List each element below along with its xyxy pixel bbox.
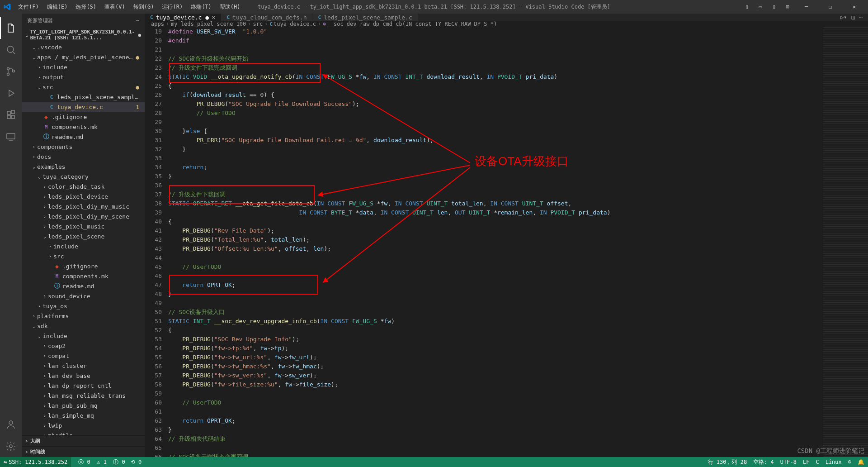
tree-folder[interactable]: ›include <box>22 241 145 251</box>
menu-terminal[interactable]: 终端(T) <box>187 1 215 13</box>
code-content[interactable]: #define USER_SW_VER "1.0.0" #endif // SO… <box>168 27 823 467</box>
tree-folder[interactable]: ›lwip <box>22 420 145 430</box>
editor-tab[interactable]: Cleds_pixel_scene_sample.c <box>312 14 418 21</box>
status-ports[interactable]: ⟲ 0 <box>131 459 142 465</box>
tree-folder[interactable]: ⌄tuya_category <box>22 172 145 181</box>
tree-folder[interactable]: ⌄examples <box>22 162 145 172</box>
tree-file[interactable]: Mcomponents.mk <box>22 122 145 132</box>
status-bell-icon[interactable]: 🔔 <box>858 459 864 465</box>
more-tab-actions-icon[interactable]: ⋯ <box>859 14 863 20</box>
status-language[interactable]: C <box>816 459 819 465</box>
breadcrumb-item[interactable]: src <box>253 21 263 27</box>
watermark: CSDN @工程师进阶笔记 <box>797 447 864 455</box>
status-feedback-icon[interactable]: ☺ <box>848 459 851 465</box>
file-tree[interactable]: ⌄.vscode⌄apps / my_leds_pixel_scene_100●… <box>22 42 145 435</box>
run-icon[interactable]: ▷▾ <box>840 14 847 20</box>
editor-tab[interactable]: Ctuya_cloud_com_defs.h <box>221 14 312 21</box>
tree-folder[interactable]: ›lan_dev_base <box>22 371 145 381</box>
tree-file[interactable]: ⓘreadme.md <box>22 132 145 142</box>
activity-search[interactable] <box>0 39 22 61</box>
activity-extensions[interactable] <box>0 104 22 126</box>
code-editor[interactable]: 19 20 21 22 23 24 25 26 27 28 29 30 31 3… <box>145 27 868 467</box>
tree-file[interactable]: ◆.gitignore <box>22 261 145 271</box>
layout-panel-left-icon[interactable]: ▯ <box>742 2 752 12</box>
layout-panel-bottom-icon[interactable]: ▭ <box>755 2 765 12</box>
window-maximize[interactable]: ☐ <box>820 0 840 14</box>
status-os[interactable]: Linux <box>826 459 842 465</box>
status-problems[interactable]: ⓧ 0 ⚠ 1 ⓘ 0 <box>78 458 125 466</box>
breadcrumb-item[interactable]: apps <box>151 21 164 27</box>
breadcrumb-item[interactable]: ⊕__soc_dev_raw_dp_cmd_cb(IN const TY_REC… <box>323 21 497 27</box>
status-eol[interactable]: LF <box>803 459 809 465</box>
tree-folder[interactable]: ›leds_pixel_diy_my_music <box>22 201 145 211</box>
tree-folder[interactable]: ›color_shade_task <box>22 181 145 191</box>
tree-folder[interactable]: ›compat <box>22 351 145 361</box>
close-icon[interactable]: × <box>212 14 215 21</box>
tree-item-label: src <box>42 84 134 91</box>
tree-folder[interactable]: ›output <box>22 72 145 82</box>
tree-folder[interactable]: ›leds_pixel_diy_my_scene <box>22 211 145 221</box>
sidebar-project-row[interactable]: ⌄ TY_IOT_LIGHT_APP_SDK_BK7231N_0.0.1-BET… <box>22 28 145 42</box>
menu-help[interactable]: 帮助(H) <box>216 1 244 13</box>
breadcrumb-item[interactable]: my_leds_pixel_scene_100 <box>171 21 246 27</box>
menu-select[interactable]: 选择(S) <box>72 1 100 13</box>
tree-folder[interactable]: ›sound_device <box>22 291 145 301</box>
timeline-section[interactable]: › 时间线 <box>22 446 145 457</box>
status-spaces[interactable]: 空格: 4 <box>753 458 774 466</box>
tree-folder[interactable]: ⌄.vscode <box>22 42 145 52</box>
tree-folder[interactable]: ⌄sdk <box>22 321 145 331</box>
tree-folder[interactable]: ›platforms <box>22 311 145 321</box>
status-encoding[interactable]: UTF-8 <box>780 459 797 465</box>
tree-file[interactable]: ⓘreadme.md <box>22 281 145 291</box>
tree-item-label: lan_simple_mq <box>48 412 139 419</box>
tree-folder[interactable]: ›mbedtls <box>22 430 145 435</box>
menu-go[interactable]: 转到(G) <box>130 1 158 13</box>
tree-folder[interactable]: ›docs <box>22 152 145 162</box>
tree-folder[interactable]: ⌄leds_pixel_scene <box>22 231 145 241</box>
tree-folder[interactable]: ›src <box>22 251 145 261</box>
menu-view[interactable]: 查看(V) <box>101 1 129 13</box>
tree-folder[interactable]: ⌄src● <box>22 82 145 92</box>
tree-folder[interactable]: ›leds_pixel_music <box>22 221 145 231</box>
activity-scm[interactable] <box>0 61 22 82</box>
tree-folder[interactable]: ›lan_simple_mq <box>22 410 145 420</box>
layout-panel-right-icon[interactable]: ▯ <box>769 2 779 12</box>
outline-section[interactable]: › 大纲 <box>22 435 145 446</box>
split-editor-icon[interactable]: ◫ <box>852 14 855 20</box>
customize-layout-icon[interactable]: ⊞ <box>783 2 793 12</box>
tree-file[interactable]: Mcomponents.mk <box>22 271 145 281</box>
activity-settings[interactable] <box>0 435 22 457</box>
tree-folder[interactable]: ›lan_pub_sub_mq <box>22 400 145 410</box>
tree-folder[interactable]: ›lan_dp_report_cntl <box>22 381 145 391</box>
breadcrumb-item[interactable]: Ctuya_device.c <box>269 21 316 27</box>
tree-file[interactable]: Ctuya_device.c1 <box>22 102 145 112</box>
tree-file[interactable]: Cleds_pixel_scene_sample.c <box>22 92 145 102</box>
tree-folder[interactable]: ›lan_msg_reliable_trans <box>22 391 145 400</box>
menu-file[interactable]: 文件(F) <box>14 1 42 13</box>
status-remote[interactable]: ⇋ SSH: 121.5.138.252 <box>0 457 71 467</box>
tree-folder[interactable]: ⌄apps / my_leds_pixel_scene_100● <box>22 52 145 62</box>
tree-folder[interactable]: ›lan_cluster <box>22 361 145 371</box>
tree-folder[interactable]: ⌄include <box>22 331 145 341</box>
minimap[interactable] <box>823 27 868 467</box>
activity-debug[interactable] <box>0 82 22 104</box>
tree-folder[interactable]: ›include <box>22 62 145 72</box>
modified-dot-icon: ● <box>138 32 141 38</box>
tree-folder[interactable]: ›tuya_os <box>22 301 145 311</box>
tree-folder[interactable]: ›coap2 <box>22 341 145 351</box>
status-cursor[interactable]: 行 130，列 28 <box>708 458 747 466</box>
menu-run[interactable]: 运行(R) <box>158 1 186 13</box>
window-minimize[interactable]: ─ <box>796 0 816 14</box>
editor-tab[interactable]: Ctuya_device.c ●× <box>145 14 221 21</box>
window-close[interactable]: ✕ <box>844 0 864 14</box>
tree-folder[interactable]: ›components <box>22 142 145 152</box>
more-actions-icon[interactable]: ⋯ <box>136 18 139 24</box>
activity-remote[interactable] <box>0 126 22 148</box>
activity-explorer[interactable] <box>0 17 22 39</box>
outline-label: 大纲 <box>30 438 40 444</box>
breadcrumb[interactable]: apps›my_leds_pixel_scene_100›src›Ctuya_d… <box>145 21 868 27</box>
activity-account[interactable] <box>0 414 22 435</box>
tree-folder[interactable]: ›leds_pixel_device <box>22 191 145 201</box>
menu-edit[interactable]: 编辑(E) <box>43 1 71 13</box>
tree-file[interactable]: ◆.gitignore <box>22 112 145 122</box>
